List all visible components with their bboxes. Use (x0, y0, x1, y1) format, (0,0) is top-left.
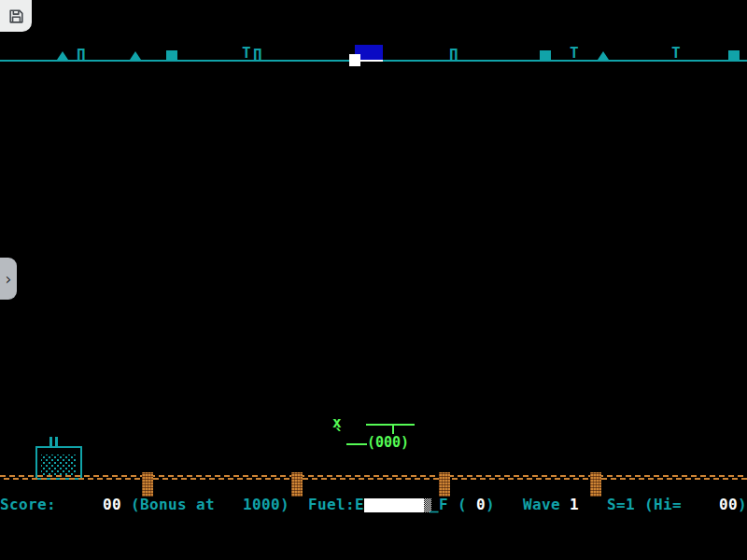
floppy-disk-icon (7, 7, 25, 25)
status-segment: 0 (476, 497, 486, 513)
radar-marker-T: T (570, 47, 579, 60)
status-segment: 1000) (243, 497, 289, 513)
radar-marker-square (166, 50, 177, 62)
radar-marker-triangle (598, 51, 609, 60)
status-segment: 00 (103, 497, 121, 513)
building-chimney (49, 437, 52, 447)
status-segment: _F ( (430, 497, 467, 513)
radar-marker-pi: Π (77, 49, 86, 62)
radar-marker-triangle (130, 51, 141, 60)
fence-post (142, 472, 153, 497)
building-chimney (55, 437, 58, 447)
radar-marker-T: T (242, 47, 251, 60)
status-segment: ) (486, 497, 495, 513)
radar-marker-square (540, 50, 551, 62)
status-segment: (Bonus at (131, 497, 215, 513)
radar-marker-pi: Π (449, 49, 458, 62)
status-segment: 1 (570, 497, 579, 513)
radar-marker-triangle (57, 51, 68, 60)
fence-post (590, 472, 601, 497)
helicopter-rotor (366, 424, 415, 426)
radar-marker-T: T (671, 47, 681, 60)
fence-post (439, 472, 450, 497)
helicopter-tail-boom (346, 443, 367, 445)
helicopter-body: (000) (367, 435, 409, 451)
status-segment: 00 (719, 497, 738, 513)
radar-marker-square (728, 50, 740, 62)
status-segment: Score: (0, 497, 56, 513)
status-bar: Score:00(Bonus at1000)Fuel:E_F (0)Wave1S… (0, 496, 747, 515)
sidebar-toggle-button[interactable]: › (0, 258, 17, 300)
ground-line (0, 475, 747, 477)
status-segment: Wave (523, 497, 560, 513)
radar-player-dot (349, 54, 360, 66)
save-button[interactable] (0, 0, 32, 32)
base-building-hatch (41, 455, 77, 476)
game-screen[interactable]: ΠTΠΠTT x ` (000) Score:00(Bonus at1000)F… (0, 0, 747, 560)
fuel-gauge-fill (364, 498, 424, 512)
status-segment: S=1 (Hi= (607, 497, 682, 513)
chevron-right-icon: › (6, 270, 12, 288)
radar-marker-pi: Π (253, 49, 262, 62)
status-segment: ) (738, 497, 747, 513)
helicopter-mast (392, 426, 394, 434)
radar-player-line (360, 60, 383, 62)
fence-post (291, 472, 303, 497)
helicopter-tail-glyph: ` (334, 428, 345, 443)
ground-line (0, 478, 747, 480)
status-segment: Fuel:E (308, 497, 364, 513)
